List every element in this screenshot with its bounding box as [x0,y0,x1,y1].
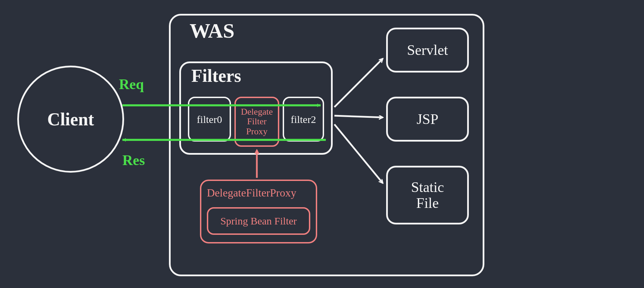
filter1-label: Delegate Filter Proxy [241,107,273,137]
filter0-box: filter0 [188,97,231,142]
filter0-label: filter0 [197,114,222,125]
jsp-label: JSP [416,111,438,127]
was-label: WAS [190,19,234,43]
dfp-inner-box: Spring Bean Filter [207,207,310,235]
dfp-inner-label: Spring Bean Filter [220,215,297,227]
dfp-title: DelegateFilterProxy [207,186,296,199]
servlet-label: Servlet [407,42,448,58]
staticfile-label: Static File [411,179,444,211]
delegate-filter-proxy-box: Delegate Filter Proxy [234,97,279,147]
jsp-box: JSP [386,97,469,142]
filter2-box: filter2 [283,97,324,142]
filter2-label: filter2 [291,114,316,125]
staticfile-box: Static File [386,166,469,224]
res-label: Res [122,152,145,169]
filters-label: Filters [191,66,241,86]
req-label: Req [119,76,144,93]
servlet-box: Servlet [386,28,469,73]
client-label: Client [47,109,94,129]
client-node: Client [17,66,124,173]
